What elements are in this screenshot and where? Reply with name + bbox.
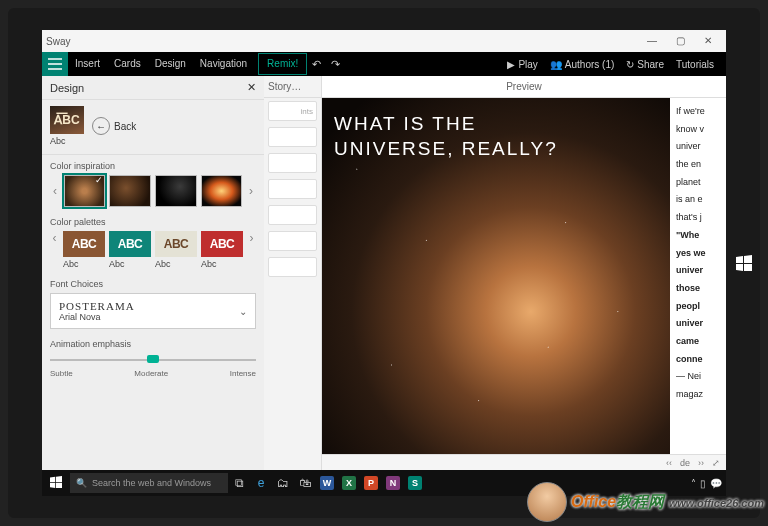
selected-style-label: Abc — [50, 136, 66, 146]
play-icon: ▶ — [507, 59, 515, 70]
animation-emphasis-label: Animation emphasis — [50, 339, 256, 349]
search-icon: 🔍 — [76, 478, 87, 488]
story-card[interactable] — [268, 205, 317, 225]
share-icon: ↻ — [626, 59, 634, 70]
powerpoint-icon[interactable]: P — [360, 470, 382, 496]
palette-2[interactable]: ABCAbc — [109, 231, 151, 269]
animation-slider[interactable] — [50, 353, 256, 367]
preview-next[interactable]: ›› — [698, 458, 704, 468]
anim-label-subtle: Subtle — [50, 369, 73, 378]
task-view-icon[interactable]: ⧉ — [228, 470, 250, 496]
design-panel: Design ✕ A͞BC Abc ← Back Color inspirati… — [42, 76, 264, 470]
tutorials-button[interactable]: Tutorials — [670, 59, 720, 70]
redo-button[interactable]: ↷ — [326, 52, 345, 76]
chevron-down-icon: ⌄ — [239, 306, 247, 317]
story-card[interactable] — [268, 231, 317, 251]
preview-title: Preview — [322, 76, 726, 98]
font-choice-dropdown[interactable]: POSTERAMA Arial Nova ⌄ — [50, 293, 256, 329]
inspiration-thumb-3[interactable] — [155, 175, 197, 207]
notifications-icon[interactable]: 💬 — [710, 478, 722, 489]
font-primary: POSTERAMA — [59, 300, 239, 312]
palette-next[interactable]: › — [247, 231, 256, 245]
preview-expand-icon[interactable]: ⤢ — [712, 458, 720, 468]
window-close[interactable]: ✕ — [694, 30, 722, 52]
palette-1[interactable]: ABCAbc — [63, 231, 105, 269]
window-titlebar: Sway — ▢ ✕ — [42, 30, 726, 52]
back-icon: ← — [92, 117, 110, 135]
slider-handle[interactable] — [147, 355, 159, 363]
preview-pane: Preview WHAT IS THEUNIVERSE, REALLY? If … — [322, 76, 726, 470]
story-card[interactable] — [268, 153, 317, 173]
palette-3[interactable]: ABCAbc — [155, 231, 197, 269]
sway-icon[interactable]: S — [404, 470, 426, 496]
color-inspiration-label: Color inspiration — [50, 161, 256, 171]
back-button[interactable]: ← Back — [92, 117, 136, 135]
start-button[interactable] — [42, 476, 70, 491]
file-explorer-icon[interactable]: 🗂 — [272, 470, 294, 496]
hamburger-menu[interactable] — [42, 52, 68, 76]
story-card[interactable] — [268, 257, 317, 277]
preview-prev[interactable]: ‹‹ — [666, 458, 672, 468]
inspiration-prev[interactable]: ‹ — [50, 184, 60, 198]
anim-label-moderate: Moderate — [134, 369, 168, 378]
onenote-icon[interactable]: N — [382, 470, 404, 496]
menu-navigation[interactable]: Navigation — [193, 52, 254, 76]
menu-remix[interactable]: Remix! — [258, 53, 307, 75]
tray-up-icon[interactable]: ˄ — [691, 478, 696, 489]
inspiration-thumb-4[interactable] — [201, 175, 243, 207]
app-menubar: Insert Cards Design Navigation Remix! ↶ … — [42, 52, 726, 76]
preview-page: de — [680, 458, 690, 468]
anim-label-intense: Intense — [230, 369, 256, 378]
window-minimize[interactable]: — — [638, 30, 666, 52]
taskbar-search[interactable]: 🔍 Search the web and Windows — [70, 473, 228, 493]
menu-insert[interactable]: Insert — [68, 52, 107, 76]
design-panel-close[interactable]: ✕ — [247, 81, 256, 94]
palette-prev[interactable]: ‹ — [50, 231, 59, 245]
font-secondary: Arial Nova — [59, 312, 239, 322]
share-button[interactable]: ↻Share — [620, 59, 670, 70]
menu-design[interactable]: Design — [148, 52, 193, 76]
play-button[interactable]: ▶Play — [501, 59, 543, 70]
edge-icon[interactable]: e — [250, 470, 272, 496]
excel-icon[interactable]: X — [338, 470, 360, 496]
battery-icon[interactable]: ▯ — [700, 478, 706, 489]
palette-4[interactable]: ABCAbc — [201, 231, 243, 269]
authors-icon: 👥 — [550, 59, 562, 70]
design-panel-title: Design — [50, 82, 84, 94]
preview-headline: WHAT IS THEUNIVERSE, REALLY? — [334, 112, 658, 161]
word-icon[interactable]: W — [316, 470, 338, 496]
windows-taskbar: 🔍 Search the web and Windows ⧉ e 🗂 🛍 W X… — [42, 470, 726, 496]
story-card[interactable] — [268, 179, 317, 199]
undo-button[interactable]: ↶ — [307, 52, 326, 76]
preview-footer: ‹‹ de ›› ⤢ — [322, 454, 726, 470]
story-card[interactable] — [268, 127, 317, 147]
window-title: Sway — [46, 36, 70, 47]
color-palettes-label: Color palettes — [50, 217, 256, 227]
storyline-title: Story… — [264, 76, 321, 98]
menu-cards[interactable]: Cards — [107, 52, 148, 76]
preview-slide[interactable]: WHAT IS THEUNIVERSE, REALLY? — [322, 98, 670, 454]
storyline-strip: Story… ints — [264, 76, 322, 470]
tablet-windows-button[interactable] — [736, 255, 752, 271]
story-card[interactable]: ints — [268, 101, 317, 121]
store-icon[interactable]: 🛍 — [294, 470, 316, 496]
inspiration-next[interactable]: › — [246, 184, 256, 198]
font-choices-label: Font Choices — [50, 279, 256, 289]
inspiration-thumb-1[interactable] — [64, 175, 106, 207]
window-maximize[interactable]: ▢ — [666, 30, 694, 52]
preview-side-text: If we'reknow vuniver the enplanetis an e… — [670, 98, 726, 454]
authors-button[interactable]: 👥Authors (1) — [544, 59, 620, 70]
inspiration-thumb-2[interactable] — [109, 175, 151, 207]
selected-style-swatch[interactable]: A͞BC — [50, 106, 84, 134]
